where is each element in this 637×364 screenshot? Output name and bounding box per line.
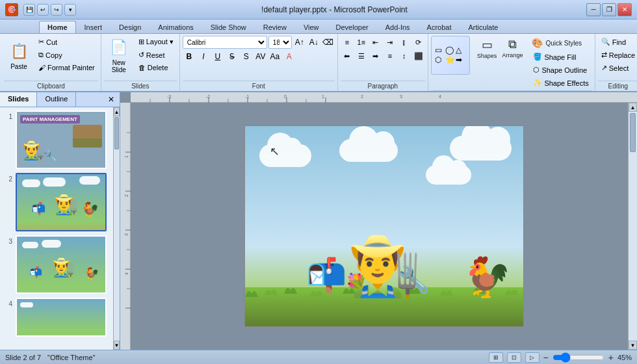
vscroll-down-btn[interactable]: ▼ <box>629 341 637 350</box>
slide-num-4: 4 <box>3 298 12 307</box>
paragraph-label: Paragraph <box>341 81 425 90</box>
cut-button[interactable]: ✂Cut <box>35 36 98 48</box>
slide-thumb-2[interactable]: 2 📬 👨‍🌾 🐓 <box>3 173 110 231</box>
delete-button[interactable]: 🗑Delete <box>135 62 177 73</box>
tab-review[interactable]: Review <box>255 21 295 33</box>
tab-animations[interactable]: Animations <box>150 21 202 33</box>
zoom-plus-btn[interactable]: + <box>608 352 614 363</box>
smart-art-btn[interactable]: ⬛ <box>412 49 425 62</box>
slide-preview-3[interactable]: 📬 👨‍🌾 🐓 <box>16 235 107 294</box>
bullets-btn[interactable]: ≡ <box>341 36 354 49</box>
normal-view-btn[interactable]: ⊞ <box>489 352 503 363</box>
shadow-btn[interactable]: S <box>240 50 253 63</box>
slide-preview-2[interactable]: 📬 👨‍🌾 🐓 <box>16 173 107 231</box>
strikethrough-btn[interactable]: S̶ <box>226 50 239 63</box>
select-button[interactable]: ↗ Select <box>598 62 637 74</box>
increase-indent-btn[interactable]: ⇥ <box>384 36 396 49</box>
italic-btn[interactable]: I <box>197 50 210 63</box>
numbering-btn[interactable]: 1≡ <box>355 36 368 49</box>
slideshow-btn[interactable]: ▷ <box>525 352 540 363</box>
paste-button[interactable]: 📋 Paste <box>4 36 34 75</box>
slides-tab[interactable]: Slides <box>0 92 37 107</box>
zoom-slider[interactable] <box>552 354 604 361</box>
vscroll-up-btn[interactable]: ▲ <box>629 103 637 112</box>
cloud-4 <box>426 165 471 185</box>
decrease-indent-btn[interactable]: ⇤ <box>369 36 382 49</box>
undo-btn[interactable]: ↩ <box>37 4 49 16</box>
slide-preview-4[interactable] <box>16 298 107 337</box>
align-center-btn[interactable]: ☰ <box>355 49 368 62</box>
case-btn[interactable]: Aa <box>268 50 281 63</box>
tab-slideshow[interactable]: Slide Show <box>202 21 255 33</box>
tab-insert[interactable]: Insert <box>76 21 111 33</box>
text-direction-btn[interactable]: ⟳ <box>412 36 425 49</box>
scroll-up-btn[interactable]: ▲ <box>114 107 120 116</box>
customize-btn[interactable]: ▾ <box>64 4 76 16</box>
scroll-thumb[interactable] <box>114 117 119 150</box>
scroll-down-btn[interactable]: ▼ <box>114 341 120 350</box>
app-logo: 🎯 <box>5 3 18 16</box>
increase-font-btn[interactable]: A↑ <box>293 36 306 49</box>
new-slide-button[interactable]: 📄 New Slide <box>104 36 134 75</box>
arrange-button[interactable]: ⧉ Arrange <box>500 36 525 60</box>
font-size-select[interactable]: 18 <box>268 36 292 49</box>
font-color-btn[interactable]: A <box>283 50 296 63</box>
minimize-btn[interactable]: ─ <box>586 3 601 16</box>
para-row-2: ⬅ ☰ ➡ ≡ ↕ ⬛ <box>341 49 425 62</box>
align-right-btn[interactable]: ➡ <box>369 49 382 62</box>
vscroll-thumb[interactable] <box>630 113 636 152</box>
tab-design[interactable]: Design <box>110 21 150 33</box>
slide-info: Slide 2 of 7 <box>5 354 41 361</box>
slide-thumb-1[interactable]: 1 PAINT MANAGEMENT 👨‍🌾 🔧 <box>3 110 110 169</box>
shape-fill-button[interactable]: 🪣Shape Fill <box>530 51 592 63</box>
tab-articulate[interactable]: Articulate <box>460 21 507 33</box>
slide-canvas[interactable]: 📬 🔧 💐 👨‍🌾 🐓 <box>244 125 524 327</box>
slide-num-3: 3 <box>3 235 12 245</box>
justify-btn[interactable]: ≡ <box>384 49 396 62</box>
para-col: ≡ 1≡ ⇤ ⇥ ⫿ ⟳ ⬅ ☰ ➡ ≡ ↕ ⬛ <box>341 36 425 62</box>
line-spacing-btn[interactable]: ↕ <box>398 49 411 62</box>
char-space-btn[interactable]: AV <box>254 50 267 63</box>
layout-button[interactable]: ⊞Layout ▾ <box>135 36 177 48</box>
replace-button[interactable]: ⇄ Replace <box>598 49 637 61</box>
shapes-panel[interactable]: ▭◯△ ⬡⭐➡ <box>431 36 470 75</box>
shapes-button[interactable]: ▭ Shapes <box>475 36 499 61</box>
tab-home[interactable]: Home <box>39 21 76 33</box>
ruler-left: 1 2 3 4 <box>120 103 131 350</box>
slide-preview-1[interactable]: PAINT MANAGEMENT 👨‍🌾 🔧 <box>16 110 107 169</box>
clipboard-col: ✂Cut ⧉Copy 🖌Format Painter <box>35 36 98 73</box>
tab-developer[interactable]: Developer <box>328 21 377 33</box>
copy-button[interactable]: ⧉Copy <box>35 49 98 61</box>
align-left-btn[interactable]: ⬅ <box>341 49 354 62</box>
canvas-area: -3 -2 -1 0 1 2 3 4 <box>120 92 637 350</box>
scroll-track <box>114 116 120 341</box>
columns-btn[interactable]: ⫿ <box>398 36 411 49</box>
outline-tab[interactable]: Outline <box>37 92 76 107</box>
slide-sorter-btn[interactable]: ⊡ <box>507 352 521 363</box>
new-slide-icon: 📄 <box>109 37 129 58</box>
save-btn[interactable]: 💾 <box>23 4 35 16</box>
quick-styles-button[interactable]: 🎨 Quick Styles <box>530 36 592 50</box>
tab-acrobat[interactable]: Acrobat <box>419 21 460 33</box>
restore-btn[interactable]: ❐ <box>602 3 616 16</box>
font-family-select[interactable]: Calibri <box>183 36 267 49</box>
close-btn[interactable]: ✕ <box>618 3 632 16</box>
decrease-font-btn[interactable]: A↓ <box>307 36 320 49</box>
tab-view[interactable]: View <box>295 21 328 33</box>
clear-format-btn[interactable]: ⌫ <box>322 36 335 49</box>
editing-content: 🔍 Find ⇄ Replace ↗ Select <box>598 36 637 79</box>
slide-thumb-3[interactable]: 3 📬 👨‍🌾 🐓 <box>3 235 110 294</box>
underline-btn[interactable]: U <box>211 50 224 63</box>
find-button[interactable]: 🔍 Find <box>598 36 637 48</box>
format-painter-button[interactable]: 🖌Format Painter <box>35 62 98 73</box>
bold-btn[interactable]: B <box>183 50 196 63</box>
slides-panel: Slides Outline ✕ 1 PAINT MANAGEMENT 👨‍🌾 … <box>0 92 120 350</box>
redo-btn[interactable]: ↪ <box>51 4 62 16</box>
slide-thumb-4[interactable]: 4 <box>3 298 110 337</box>
panel-close-btn[interactable]: ✕ <box>103 92 120 107</box>
tab-addins[interactable]: Add-Ins <box>377 21 419 33</box>
shape-outline-button[interactable]: ⬡Shape Outline <box>530 64 592 76</box>
reset-button[interactable]: ↺Reset <box>135 49 177 61</box>
zoom-minus-btn[interactable]: − <box>543 352 549 363</box>
shape-effects-button[interactable]: ✨Shape Effects <box>530 77 592 89</box>
